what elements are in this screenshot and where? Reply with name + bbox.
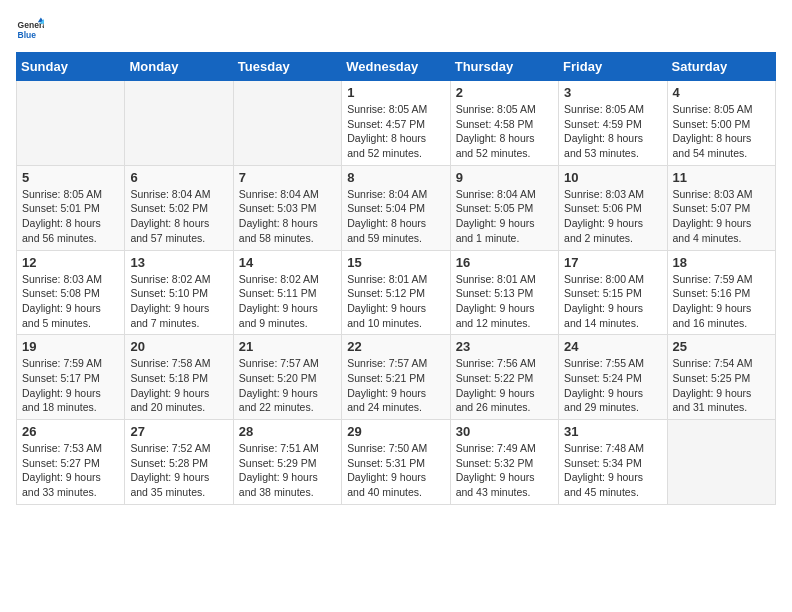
day-number: 8 (347, 170, 444, 185)
calendar-cell: 5Sunrise: 8:05 AM Sunset: 5:01 PM Daylig… (17, 165, 125, 250)
day-number: 15 (347, 255, 444, 270)
day-number: 9 (456, 170, 553, 185)
day-info: Sunrise: 7:56 AM Sunset: 5:22 PM Dayligh… (456, 356, 553, 415)
calendar-cell: 22Sunrise: 7:57 AM Sunset: 5:21 PM Dayli… (342, 335, 450, 420)
day-number: 22 (347, 339, 444, 354)
calendar-cell: 29Sunrise: 7:50 AM Sunset: 5:31 PM Dayli… (342, 420, 450, 505)
calendar-cell (125, 81, 233, 166)
calendar-cell: 8Sunrise: 8:04 AM Sunset: 5:04 PM Daylig… (342, 165, 450, 250)
day-info: Sunrise: 8:00 AM Sunset: 5:15 PM Dayligh… (564, 272, 661, 331)
day-info: Sunrise: 7:59 AM Sunset: 5:17 PM Dayligh… (22, 356, 119, 415)
calendar-cell: 26Sunrise: 7:53 AM Sunset: 5:27 PM Dayli… (17, 420, 125, 505)
page-header: General Blue (16, 16, 776, 44)
calendar-cell: 31Sunrise: 7:48 AM Sunset: 5:34 PM Dayli… (559, 420, 667, 505)
calendar-cell: 14Sunrise: 8:02 AM Sunset: 5:11 PM Dayli… (233, 250, 341, 335)
day-number: 20 (130, 339, 227, 354)
calendar-week-row: 12Sunrise: 8:03 AM Sunset: 5:08 PM Dayli… (17, 250, 776, 335)
calendar-cell (233, 81, 341, 166)
day-number: 31 (564, 424, 661, 439)
day-info: Sunrise: 8:05 AM Sunset: 4:58 PM Dayligh… (456, 102, 553, 161)
calendar-cell: 3Sunrise: 8:05 AM Sunset: 4:59 PM Daylig… (559, 81, 667, 166)
day-info: Sunrise: 8:02 AM Sunset: 5:11 PM Dayligh… (239, 272, 336, 331)
weekday-header-monday: Monday (125, 53, 233, 81)
weekday-header-wednesday: Wednesday (342, 53, 450, 81)
day-number: 29 (347, 424, 444, 439)
day-number: 26 (22, 424, 119, 439)
day-info: Sunrise: 8:05 AM Sunset: 4:57 PM Dayligh… (347, 102, 444, 161)
day-info: Sunrise: 8:04 AM Sunset: 5:04 PM Dayligh… (347, 187, 444, 246)
calendar-week-row: 26Sunrise: 7:53 AM Sunset: 5:27 PM Dayli… (17, 420, 776, 505)
calendar-cell: 23Sunrise: 7:56 AM Sunset: 5:22 PM Dayli… (450, 335, 558, 420)
day-number: 12 (22, 255, 119, 270)
day-info: Sunrise: 7:50 AM Sunset: 5:31 PM Dayligh… (347, 441, 444, 500)
calendar-week-row: 5Sunrise: 8:05 AM Sunset: 5:01 PM Daylig… (17, 165, 776, 250)
weekday-header-tuesday: Tuesday (233, 53, 341, 81)
calendar-cell: 1Sunrise: 8:05 AM Sunset: 4:57 PM Daylig… (342, 81, 450, 166)
calendar-cell: 21Sunrise: 7:57 AM Sunset: 5:20 PM Dayli… (233, 335, 341, 420)
day-info: Sunrise: 7:53 AM Sunset: 5:27 PM Dayligh… (22, 441, 119, 500)
day-info: Sunrise: 8:04 AM Sunset: 5:05 PM Dayligh… (456, 187, 553, 246)
day-info: Sunrise: 7:54 AM Sunset: 5:25 PM Dayligh… (673, 356, 770, 415)
weekday-header-sunday: Sunday (17, 53, 125, 81)
day-number: 30 (456, 424, 553, 439)
svg-text:Blue: Blue (18, 30, 37, 40)
day-number: 25 (673, 339, 770, 354)
day-number: 6 (130, 170, 227, 185)
day-info: Sunrise: 8:03 AM Sunset: 5:08 PM Dayligh… (22, 272, 119, 331)
calendar-cell: 17Sunrise: 8:00 AM Sunset: 5:15 PM Dayli… (559, 250, 667, 335)
day-number: 16 (456, 255, 553, 270)
day-info: Sunrise: 8:01 AM Sunset: 5:13 PM Dayligh… (456, 272, 553, 331)
calendar-week-row: 1Sunrise: 8:05 AM Sunset: 4:57 PM Daylig… (17, 81, 776, 166)
calendar-cell: 2Sunrise: 8:05 AM Sunset: 4:58 PM Daylig… (450, 81, 558, 166)
calendar-cell (667, 420, 775, 505)
day-info: Sunrise: 8:03 AM Sunset: 5:06 PM Dayligh… (564, 187, 661, 246)
day-number: 3 (564, 85, 661, 100)
calendar-cell: 27Sunrise: 7:52 AM Sunset: 5:28 PM Dayli… (125, 420, 233, 505)
calendar-cell: 18Sunrise: 7:59 AM Sunset: 5:16 PM Dayli… (667, 250, 775, 335)
day-number: 19 (22, 339, 119, 354)
day-info: Sunrise: 8:04 AM Sunset: 5:03 PM Dayligh… (239, 187, 336, 246)
day-info: Sunrise: 7:57 AM Sunset: 5:20 PM Dayligh… (239, 356, 336, 415)
logo: General Blue (16, 16, 44, 44)
calendar-cell: 13Sunrise: 8:02 AM Sunset: 5:10 PM Dayli… (125, 250, 233, 335)
weekday-header-saturday: Saturday (667, 53, 775, 81)
day-number: 18 (673, 255, 770, 270)
day-info: Sunrise: 7:49 AM Sunset: 5:32 PM Dayligh… (456, 441, 553, 500)
calendar-cell: 4Sunrise: 8:05 AM Sunset: 5:00 PM Daylig… (667, 81, 775, 166)
day-number: 14 (239, 255, 336, 270)
day-number: 24 (564, 339, 661, 354)
day-info: Sunrise: 7:48 AM Sunset: 5:34 PM Dayligh… (564, 441, 661, 500)
day-info: Sunrise: 7:55 AM Sunset: 5:24 PM Dayligh… (564, 356, 661, 415)
calendar-cell: 12Sunrise: 8:03 AM Sunset: 5:08 PM Dayli… (17, 250, 125, 335)
day-number: 7 (239, 170, 336, 185)
weekday-header-row: SundayMondayTuesdayWednesdayThursdayFrid… (17, 53, 776, 81)
calendar-cell (17, 81, 125, 166)
day-info: Sunrise: 8:03 AM Sunset: 5:07 PM Dayligh… (673, 187, 770, 246)
day-number: 5 (22, 170, 119, 185)
day-info: Sunrise: 7:51 AM Sunset: 5:29 PM Dayligh… (239, 441, 336, 500)
day-info: Sunrise: 7:52 AM Sunset: 5:28 PM Dayligh… (130, 441, 227, 500)
calendar-cell: 28Sunrise: 7:51 AM Sunset: 5:29 PM Dayli… (233, 420, 341, 505)
day-info: Sunrise: 7:58 AM Sunset: 5:18 PM Dayligh… (130, 356, 227, 415)
calendar-cell: 11Sunrise: 8:03 AM Sunset: 5:07 PM Dayli… (667, 165, 775, 250)
day-info: Sunrise: 8:04 AM Sunset: 5:02 PM Dayligh… (130, 187, 227, 246)
day-info: Sunrise: 8:05 AM Sunset: 5:01 PM Dayligh… (22, 187, 119, 246)
weekday-header-friday: Friday (559, 53, 667, 81)
day-info: Sunrise: 8:02 AM Sunset: 5:10 PM Dayligh… (130, 272, 227, 331)
day-info: Sunrise: 7:59 AM Sunset: 5:16 PM Dayligh… (673, 272, 770, 331)
calendar-cell: 30Sunrise: 7:49 AM Sunset: 5:32 PM Dayli… (450, 420, 558, 505)
day-info: Sunrise: 8:01 AM Sunset: 5:12 PM Dayligh… (347, 272, 444, 331)
logo-icon: General Blue (16, 16, 44, 44)
day-number: 2 (456, 85, 553, 100)
calendar-cell: 20Sunrise: 7:58 AM Sunset: 5:18 PM Dayli… (125, 335, 233, 420)
day-number: 1 (347, 85, 444, 100)
calendar-cell: 6Sunrise: 8:04 AM Sunset: 5:02 PM Daylig… (125, 165, 233, 250)
weekday-header-thursday: Thursday (450, 53, 558, 81)
calendar-table: SundayMondayTuesdayWednesdayThursdayFrid… (16, 52, 776, 505)
calendar-cell: 9Sunrise: 8:04 AM Sunset: 5:05 PM Daylig… (450, 165, 558, 250)
day-number: 13 (130, 255, 227, 270)
day-number: 23 (456, 339, 553, 354)
calendar-cell: 10Sunrise: 8:03 AM Sunset: 5:06 PM Dayli… (559, 165, 667, 250)
calendar-week-row: 19Sunrise: 7:59 AM Sunset: 5:17 PM Dayli… (17, 335, 776, 420)
day-number: 27 (130, 424, 227, 439)
